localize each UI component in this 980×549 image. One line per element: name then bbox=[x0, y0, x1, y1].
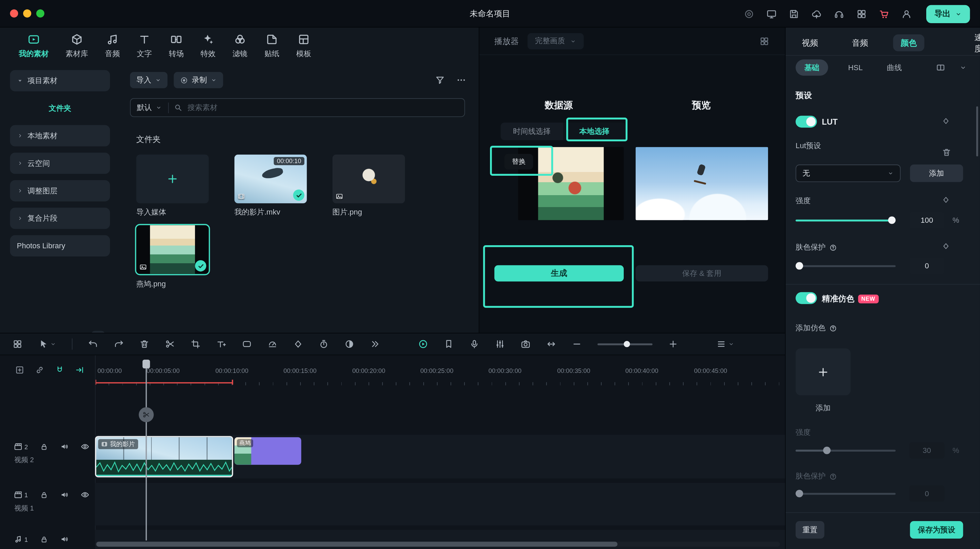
track-lane[interactable] bbox=[95, 483, 785, 525]
import-media-tile[interactable] bbox=[136, 155, 208, 203]
skin-protect-slider[interactable] bbox=[795, 262, 896, 270]
speed-icon[interactable] bbox=[267, 339, 277, 349]
reset-button[interactable]: 重置 bbox=[795, 521, 824, 538]
subtab-curves[interactable]: 曲线 bbox=[878, 59, 911, 76]
media-item-image[interactable] bbox=[332, 155, 405, 203]
timeline-clip-video[interactable]: 我的影片 bbox=[95, 436, 233, 477]
fit-to-timeline-icon[interactable] bbox=[546, 339, 556, 349]
tab-transitions[interactable]: 转场 bbox=[169, 33, 184, 66]
keyframe-icon[interactable] bbox=[293, 339, 303, 349]
zoom-slider[interactable] bbox=[598, 340, 653, 348]
sidebar-item-cloud[interactable]: 云空间 bbox=[10, 153, 110, 174]
save-apply-button[interactable]: 保存 & 套用 bbox=[636, 265, 768, 282]
redo-icon[interactable] bbox=[114, 339, 124, 349]
sidebar-item-folder[interactable]: 文件夹 bbox=[10, 98, 110, 119]
help-icon[interactable] bbox=[829, 324, 837, 332]
props-tab-video[interactable]: 视频 bbox=[794, 34, 826, 51]
match-skin-slider[interactable] bbox=[795, 489, 896, 498]
voiceover-icon[interactable] bbox=[469, 339, 479, 349]
marker-icon[interactable] bbox=[444, 339, 453, 349]
tab-my-media[interactable]: 我的素材 bbox=[19, 33, 49, 66]
account-icon[interactable] bbox=[901, 8, 912, 19]
media-search[interactable]: 默认 搜索素材 bbox=[130, 98, 465, 117]
source-thumbnail[interactable] bbox=[518, 147, 624, 220]
sidebar-item-adjustment-layer[interactable]: 调整图层 bbox=[10, 180, 110, 201]
save-preset-button[interactable]: 保存为预设 bbox=[910, 521, 963, 538]
delete-lut-icon[interactable] bbox=[942, 147, 951, 157]
purchase-cart-icon[interactable] bbox=[878, 8, 889, 19]
sidebar-item-local-media[interactable]: 本地素材 bbox=[10, 125, 110, 146]
zoom-out-icon[interactable] bbox=[572, 339, 582, 349]
keyframe-diamond-icon[interactable] bbox=[942, 117, 950, 125]
add-reference-tile[interactable] bbox=[795, 348, 851, 396]
audio-mixer-icon[interactable] bbox=[495, 339, 505, 349]
help-icon[interactable] bbox=[829, 473, 837, 480]
timeline-ruler[interactable]: 00:00:00 00:00:05:00 00:00:10:00 00:00:1… bbox=[0, 366, 785, 386]
match-strength-slider[interactable] bbox=[795, 446, 896, 455]
color-match-toggle[interactable] bbox=[795, 292, 817, 304]
hide-track-icon[interactable] bbox=[80, 490, 89, 499]
timeline-clip-image[interactable]: 燕鸠 bbox=[234, 437, 301, 465]
minimize-window-button[interactable] bbox=[23, 10, 31, 18]
record-button[interactable]: 录制 bbox=[174, 72, 223, 88]
split-at-playhead-button[interactable] bbox=[139, 407, 154, 422]
tab-titles[interactable]: 文字 bbox=[137, 33, 152, 66]
undo-icon[interactable] bbox=[88, 339, 98, 349]
tab-timeline-selection[interactable]: 时间线选择 bbox=[501, 123, 563, 140]
sidebar-item-photos-library[interactable]: Photos Library bbox=[10, 235, 110, 257]
crop-icon[interactable] bbox=[191, 339, 200, 349]
lock-track-icon[interactable] bbox=[40, 442, 48, 450]
cloud-upload-icon[interactable] bbox=[811, 8, 822, 19]
playhead-handle[interactable] bbox=[143, 360, 150, 369]
search-filter-dropdown[interactable]: 默认 bbox=[137, 102, 169, 113]
text-tool-icon[interactable] bbox=[216, 339, 226, 349]
timeline-scrollbar[interactable] bbox=[95, 542, 780, 547]
keyframe-diamond-icon[interactable] bbox=[942, 242, 950, 250]
mute-track-icon[interactable] bbox=[60, 490, 69, 499]
tab-filters[interactable]: 滤镜 bbox=[232, 33, 247, 66]
apps-grid-icon[interactable] bbox=[856, 8, 867, 19]
tab-effects[interactable]: 特效 bbox=[201, 33, 216, 66]
select-tool-icon[interactable] bbox=[38, 339, 56, 349]
mute-track-icon[interactable] bbox=[60, 442, 69, 451]
delete-icon[interactable] bbox=[140, 339, 150, 349]
more-tools-icon[interactable] bbox=[370, 339, 380, 349]
render-preview-icon[interactable] bbox=[319, 339, 329, 349]
quality-dropdown[interactable]: 完整画质 bbox=[527, 33, 584, 49]
match-strength-value[interactable]: 30 bbox=[909, 442, 944, 459]
track-manager-icon[interactable] bbox=[716, 339, 734, 349]
lock-track-icon[interactable] bbox=[40, 535, 48, 543]
subtab-basic[interactable]: 基础 bbox=[795, 59, 828, 76]
strength-slider[interactable] bbox=[795, 216, 896, 225]
mute-track-icon[interactable] bbox=[60, 535, 69, 544]
auto-reframe-icon[interactable] bbox=[418, 339, 428, 349]
more-options-icon[interactable] bbox=[456, 75, 466, 85]
skin-protect-value[interactable]: 0 bbox=[909, 258, 944, 274]
tab-stock-media[interactable]: 素材库 bbox=[66, 33, 88, 66]
import-button[interactable]: 导入 bbox=[130, 72, 167, 88]
display-settings-icon[interactable] bbox=[766, 8, 777, 19]
focus-mode-icon[interactable] bbox=[744, 8, 754, 19]
support-icon[interactable] bbox=[834, 8, 844, 19]
tab-audio[interactable]: 音频 bbox=[105, 33, 120, 66]
tab-stickers[interactable]: 贴纸 bbox=[264, 33, 279, 66]
lut-toggle[interactable] bbox=[795, 116, 817, 128]
filter-funnel-icon[interactable] bbox=[435, 75, 445, 85]
keyframe-diamond-icon[interactable] bbox=[942, 196, 950, 204]
media-item-video[interactable]: 00:00:10 bbox=[234, 155, 307, 203]
lock-track-icon[interactable] bbox=[40, 491, 48, 499]
sidebar-item-project-media[interactable]: 项目素材 bbox=[10, 70, 110, 91]
add-lut-button[interactable]: 添加 bbox=[910, 164, 963, 182]
scrollbar-thumb[interactable] bbox=[96, 542, 617, 547]
zoom-in-icon[interactable] bbox=[668, 339, 678, 349]
hide-track-icon[interactable] bbox=[80, 442, 89, 451]
props-tab-speed[interactable]: 速度 bbox=[967, 34, 980, 51]
mask-icon[interactable] bbox=[242, 339, 252, 349]
props-tab-color[interactable]: 颜色 bbox=[893, 34, 924, 51]
tab-local-selection[interactable]: 本地选择 bbox=[563, 123, 626, 140]
help-icon[interactable] bbox=[829, 244, 837, 251]
zoom-window-button[interactable] bbox=[37, 10, 45, 18]
split-icon[interactable] bbox=[165, 339, 175, 349]
tab-templates[interactable]: 模板 bbox=[296, 33, 311, 66]
color-palette-icon[interactable] bbox=[344, 339, 354, 349]
